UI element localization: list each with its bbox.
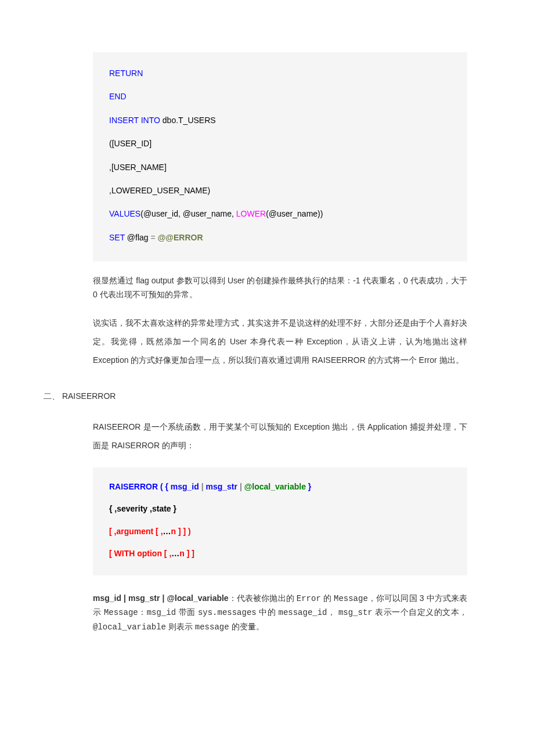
code-line: VALUES(@user_id, @user_name, LOWER(@user…: [109, 207, 451, 220]
mono-text: msg_id: [147, 608, 176, 617]
explain-text: ，: [327, 607, 338, 617]
operator-eq: =: [151, 233, 156, 242]
paragraph: RAISEEROR 是一个系统函数，用于奖某个可以预知的 Exception 抛…: [93, 417, 467, 455]
mono-text: msg_str: [338, 608, 373, 617]
code-block-syntax: RAISERROR ( { msg_id | msg_str | @local_…: [93, 467, 467, 575]
code-line: RAISERROR ( { msg_id | msg_str | @local_…: [109, 480, 451, 493]
param-label: msg_id | msg_str | @local_variable: [93, 593, 229, 603]
code-line: [ WITH option [ ,…n ] ]: [109, 547, 451, 560]
code-line: ,[USER_NAME]: [109, 161, 451, 174]
mono-text: Error: [297, 594, 321, 603]
syntax-text: msg_str: [204, 482, 240, 491]
explain-text: 的: [321, 593, 334, 603]
explain-text: 带面: [176, 607, 198, 617]
syntax-text: RAISERROR ( { msg_id: [109, 482, 201, 491]
syntax-ellipsis: …: [171, 549, 179, 558]
code-text: @flag: [125, 233, 151, 242]
mono-text: Message: [104, 608, 138, 617]
paragraph: 很显然通过 flag output 参数可以得到 User 的创建操作最终执行的…: [93, 274, 467, 302]
explain-text: 的变量。: [229, 622, 264, 631]
code-line: { ,severity ,state }: [109, 502, 451, 515]
keyword-values: VALUES: [109, 209, 140, 218]
mono-text: message_id: [278, 608, 327, 617]
mono-text: Message: [334, 594, 368, 603]
syntax-optional: [ ,argument [ ,: [109, 527, 163, 536]
explanation-paragraph: msg_id | msg_str | @local_variable：代表被你抛…: [93, 592, 467, 635]
code-text: (@user_name)): [266, 209, 323, 218]
keyword-set: SET: [109, 233, 125, 242]
code-block-sql: RETURN END INSERT INTO dbo.T_USERS ([USE…: [93, 52, 467, 261]
explain-text: 中的: [257, 607, 279, 617]
section-heading: 二、 RAISEERROR: [44, 390, 467, 402]
syntax-ellipsis: …: [163, 527, 171, 536]
syntax-local-var: @local_variable: [242, 482, 308, 491]
explain-text: ：: [138, 607, 147, 617]
keyword-return: RETURN: [109, 69, 143, 78]
code-line: END: [109, 90, 451, 103]
code-line: RETURN: [109, 67, 451, 80]
code-line: ([USER_ID]: [109, 137, 451, 150]
code-line: [ ,argument [ ,…n ] ] ): [109, 525, 451, 538]
keyword-insert-into: INSERT INTO: [109, 116, 160, 125]
explain-text: ：代表被你抛出的: [229, 593, 297, 603]
syntax-text: }: [308, 482, 311, 491]
function-lower: LOWER: [236, 209, 266, 218]
code-line: SET @flag = @@ERROR: [109, 231, 451, 244]
syntax-optional: [ WITH option [ ,: [109, 549, 171, 558]
global-var-error: @@ERROR: [158, 233, 203, 242]
paragraph: 说实话，我不太喜欢这样的异常处理方式，其实这并不是说这样的处理不好，大部分还是由…: [93, 314, 467, 370]
code-text: (@user_id, @user_name,: [140, 209, 236, 218]
code-text: dbo.T_USERS: [160, 116, 216, 125]
code-line: INSERT INTO dbo.T_USERS: [109, 114, 451, 127]
mono-text: message: [195, 622, 229, 632]
mono-text: sys.messages: [198, 608, 257, 617]
explain-text: 表示一个自定义的文本，: [373, 607, 467, 617]
mono-text: @local_variable: [93, 622, 166, 632]
keyword-end: END: [109, 92, 127, 101]
code-line: ,LOWERED_USER_NAME): [109, 184, 451, 197]
syntax-optional: n ] ] ): [171, 527, 191, 536]
syntax-optional: n ] ]: [179, 549, 194, 558]
explain-text: 则表示: [166, 622, 195, 631]
